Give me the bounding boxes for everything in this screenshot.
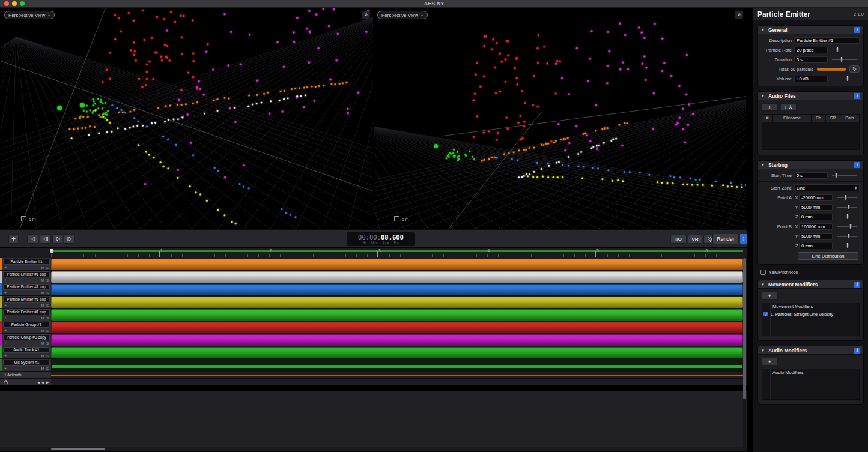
lock-icon[interactable] — [3, 379, 8, 385]
column-header[interactable]: Filename — [773, 115, 812, 122]
disclosure-triangle-icon[interactable]: ▼ — [761, 94, 765, 98]
view-selector-left[interactable]: Perspective View ▲▼ — [4, 11, 55, 19]
volume-slider[interactable] — [832, 76, 857, 82]
column-header[interactable]: Ch — [812, 115, 826, 122]
info-button[interactable]: i — [854, 27, 860, 33]
add-audio-modifier-button[interactable]: + — [762, 358, 778, 366]
track-solo-button[interactable]: S — [45, 367, 50, 370]
fast-forward-button[interactable] — [64, 234, 75, 244]
track-name-field[interactable]: Particle Emitter #1 cop — [3, 297, 50, 303]
viewport-left-canvas[interactable] — [1, 8, 373, 229]
info-button[interactable]: i — [854, 162, 860, 168]
particle-rate-field[interactable]: 20 p/sec — [794, 47, 828, 53]
slider-thumb[interactable] — [840, 56, 843, 62]
slider-thumb[interactable] — [846, 76, 849, 82]
timeline-clip[interactable] — [51, 334, 743, 346]
point-a-y-field[interactable]: 5000 mm — [799, 204, 833, 211]
slider-thumb[interactable] — [846, 214, 849, 220]
track-name-field[interactable]: Particle Emitter #1 cop — [3, 271, 50, 277]
description-field[interactable]: Particle Emitter #1 — [794, 37, 860, 44]
vr-button[interactable]: VR — [688, 235, 702, 244]
track-solo-button[interactable]: S — [45, 354, 50, 358]
line-distribution-button[interactable]: Line Distribution — [798, 252, 858, 260]
track-header[interactable]: Particle Emitter #1 cop + M S — [0, 283, 51, 295]
play-button[interactable] — [52, 234, 62, 244]
horizontal-scrollbar-thumb[interactable] — [51, 448, 105, 450]
track-solo-button[interactable]: S — [45, 329, 50, 333]
track-name-field[interactable]: Particle Emitter #1 — [3, 259, 50, 265]
refresh-button[interactable]: ↻ — [849, 65, 860, 73]
track-mute-button[interactable]: M — [40, 342, 45, 345]
point-b-x-slider[interactable] — [837, 223, 857, 230]
track-add-button[interactable]: + — [4, 304, 7, 307]
timeline-clip[interactable] — [51, 347, 743, 358]
horizontal-scrollbar[interactable] — [0, 447, 747, 451]
track-mute-button[interactable]: M — [40, 367, 45, 370]
column-header[interactable]: Path — [840, 115, 859, 122]
timeline-ruler[interactable]: 123456 — [0, 248, 747, 258]
track-add-button[interactable]: + — [4, 342, 7, 345]
track-add-button[interactable]: + — [4, 279, 7, 282]
track-header[interactable]: Particle Emitter #1 cop + M S — [0, 309, 51, 321]
column-header[interactable]: # — [762, 115, 773, 122]
timeline-clip[interactable] — [51, 284, 743, 295]
add-audio-file-multi-button[interactable]: + — [780, 103, 797, 111]
timeline-clip[interactable] — [51, 360, 743, 371]
slider-thumb[interactable] — [844, 194, 847, 200]
info-button[interactable]: i — [854, 348, 860, 354]
timeline-clip[interactable] — [51, 259, 743, 270]
track-header[interactable]: Particle Emitter #1 cop + M S — [0, 296, 51, 308]
track-add-button[interactable]: + — [4, 266, 7, 270]
expand-viewport-button[interactable] — [735, 11, 743, 19]
track-solo-button[interactable]: S — [45, 342, 50, 345]
track-mute-button[interactable]: M — [40, 316, 45, 320]
track-solo-button[interactable]: S — [45, 266, 50, 270]
point-a-y-slider[interactable] — [837, 204, 857, 211]
rewind-button[interactable] — [40, 234, 51, 244]
track-add-button[interactable]: + — [4, 291, 7, 295]
track-mute-button[interactable]: M — [40, 329, 45, 333]
track-mute-button[interactable]: M — [40, 291, 45, 295]
slider-thumb[interactable] — [848, 233, 851, 239]
track-header[interactable]: Particle Group #3 copy + M S — [0, 334, 51, 346]
automation-label[interactable]: 1 Azimuth — [0, 372, 51, 378]
view-selector-right[interactable]: Perspective View ▲▼ — [377, 11, 428, 19]
track-solo-button[interactable]: S — [45, 304, 50, 307]
vertical-scrollbar[interactable] — [743, 258, 746, 447]
render-button[interactable]: Render — [712, 234, 739, 244]
point-b-y-field[interactable]: 5000 mm — [799, 233, 833, 240]
volume-field[interactable]: +0 dB — [794, 76, 828, 82]
add-track-button[interactable]: + — [8, 234, 19, 244]
track-mute-button[interactable]: M — [40, 266, 45, 270]
section-audio-modifiers-header[interactable]: ▼ Audio Modifiers i — [758, 346, 863, 355]
track-header[interactable]: Mic System #1 + M S — [0, 359, 51, 371]
track-add-button[interactable]: + — [4, 354, 7, 358]
go-to-start-button[interactable] — [27, 234, 38, 244]
disclosure-triangle-icon[interactable]: ▼ — [761, 283, 765, 286]
track-mute-button[interactable]: M — [40, 304, 45, 307]
track-header[interactable]: Particle Emitter #1 + M S — [0, 258, 51, 270]
track-mute-button[interactable]: M — [40, 279, 45, 282]
slider-thumb[interactable] — [848, 204, 851, 210]
track-mute-button[interactable]: M — [40, 354, 45, 358]
timeline-clip[interactable] — [51, 322, 743, 333]
point-a-z-field[interactable]: 0 mm — [799, 214, 833, 220]
info-button[interactable]: i — [854, 282, 860, 288]
slider-thumb[interactable] — [836, 47, 839, 53]
point-b-z-slider[interactable] — [837, 243, 857, 249]
point-a-x-field[interactable]: -20000 mm — [799, 194, 833, 201]
disclosure-triangle-icon[interactable]: ▼ — [761, 349, 765, 352]
duration-field[interactable]: 3 s — [794, 56, 828, 63]
track-header[interactable]: Audio Track #1 + M S — [0, 346, 51, 358]
render-options-button[interactable]: ▲▼ — [740, 234, 747, 244]
prev-keyframe-button[interactable]: ◀ — [37, 381, 40, 384]
track-name-field[interactable]: Mic System #1 — [3, 360, 50, 366]
next-keyframe-button[interactable]: ▶ — [46, 381, 49, 384]
track-add-button[interactable]: + — [4, 329, 7, 333]
point-b-x-field[interactable]: 100000 mm — [799, 223, 833, 230]
timeline-clip[interactable] — [51, 297, 743, 308]
track-header[interactable]: Particle Group #3 + M S — [0, 321, 51, 333]
loop-region-bar[interactable] — [51, 250, 743, 252]
slider-thumb[interactable] — [835, 172, 838, 178]
track-add-button[interactable]: + — [4, 316, 7, 320]
